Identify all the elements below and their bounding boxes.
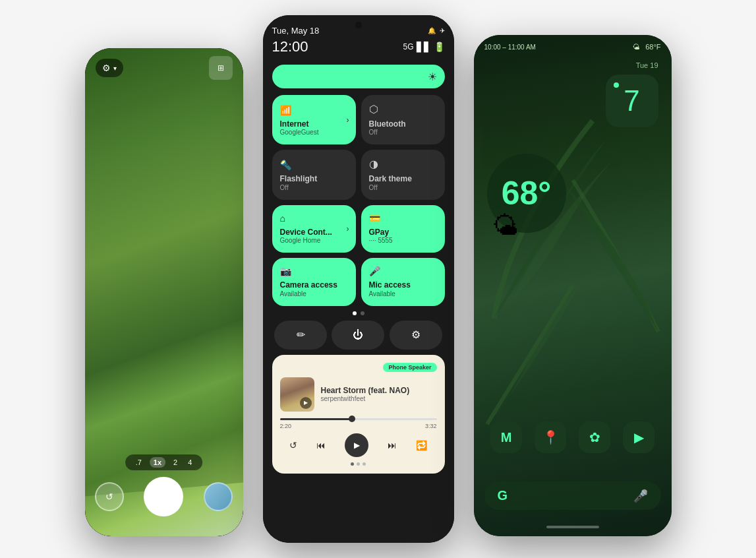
page-dot-1	[353, 311, 357, 315]
progress-bar[interactable]	[280, 418, 437, 420]
signal-bars-icon: ▋▋	[417, 42, 431, 52]
camera-settings-button[interactable]: ⚙ ▾	[96, 59, 123, 77]
qs-date: Tue, May 18	[272, 26, 320, 36]
camera-avatar-button[interactable]	[204, 482, 233, 511]
page-dot-2	[361, 311, 364, 315]
home-status-right: 🌤 68°F	[633, 43, 660, 51]
dark-theme-tile[interactable]: ◑ Dark theme Off	[361, 150, 445, 199]
camera-icon: 📷	[280, 266, 348, 276]
youtube-app-icon[interactable]: ▶	[623, 421, 654, 453]
music-controls: ↺ ⏮ ▶ ⏭ 🔁	[280, 433, 437, 457]
replay-button[interactable]: ↺	[289, 440, 297, 450]
music-info-row: ▶ Heart Storm (feat. NAO) serpentwithfee…	[280, 377, 437, 412]
zoom-2[interactable]: 2	[171, 457, 180, 468]
bluetooth-icon: ⬡	[369, 103, 437, 115]
settings-button[interactable]: ⚙	[390, 321, 442, 350]
phone-middle: Tue, May 18 🔔 ✈ 12:00 5G ▋▋ 🔋 ☀	[263, 15, 454, 543]
clock-indicator-dot	[614, 82, 619, 88]
progress-fill	[280, 418, 351, 420]
mic-icon: 🎤	[369, 266, 437, 276]
home-status-bar: 10:00 – 11:00 AM 🌤 68°F	[484, 43, 661, 51]
phone-left: ⚙ ▾ ⊞ .7 1x 2 4 ↺	[85, 48, 243, 536]
zoom-point7[interactable]: .7	[133, 457, 144, 468]
search-bar[interactable]: G 🎤	[484, 481, 661, 510]
youtube-icon: ▶	[634, 429, 644, 445]
brightness-icon: ☀	[428, 71, 437, 83]
qs-signal: 5G ▋▋ 🔋	[403, 42, 444, 52]
sun-status-icon: 🌤	[633, 43, 640, 51]
qs-action-bar: ✏ ⏻ ⚙	[272, 321, 445, 350]
edit-button[interactable]: ✏	[274, 321, 327, 350]
clock-widget: 7	[606, 75, 658, 127]
temperature-widget: 68° 🌤	[487, 154, 566, 233]
bluetooth-tile[interactable]: ⬡ Bluetooth Off	[361, 95, 445, 144]
zoom-1x[interactable]: 1x	[150, 457, 165, 468]
chevron-right-icon: ›	[347, 115, 349, 125]
qs-status-bar: 12:00 5G ▋▋ 🔋	[272, 38, 445, 55]
phone-speaker-badge: Phone Speaker	[383, 363, 436, 372]
qs-time: 12:00	[272, 38, 308, 55]
flashlight-icon: 🔦	[280, 160, 348, 170]
microphone-icon[interactable]: 🎤	[633, 489, 648, 503]
gpay-tile[interactable]: 💳 GPay ···· 5555	[361, 205, 445, 253]
music-dot-1	[351, 462, 354, 466]
home-screen: 10:00 – 11:00 AM 🌤 68°F Tue 19 7	[474, 35, 672, 536]
skip-forward-button[interactable]: ⏭	[388, 440, 397, 450]
page-dots	[272, 311, 445, 315]
payment-icon: 💳	[369, 213, 437, 224]
app-icons-row: M 📍 ✿ ▶	[484, 421, 661, 453]
home-icon: ⌂	[280, 213, 348, 224]
settings-gear-icon: ⚙	[411, 328, 421, 341]
phone-right: 10:00 – 11:00 AM 🌤 68°F Tue 19 7	[474, 35, 672, 536]
music-dot-2	[357, 462, 360, 466]
quick-settings-screen: Tue, May 18 🔔 ✈ 12:00 5G ▋▋ 🔋 ☀	[263, 15, 454, 543]
pinwheel-app-icon[interactable]: ✿	[579, 421, 610, 453]
camera-flip-button[interactable]: ↺	[95, 482, 124, 511]
shuffle-button[interactable]: 🔁	[416, 440, 427, 450]
maps-app-icon[interactable]: 📍	[535, 421, 566, 453]
device-controls-tile[interactable]: ⌂ Device Cont... Google Home ›	[272, 205, 356, 253]
home-date: Tue 19	[636, 59, 658, 71]
home-status-time: 10:00 – 11:00 AM	[484, 44, 536, 51]
pencil-icon: ✏	[297, 328, 305, 341]
camera-gallery-button[interactable]: ⊞	[209, 56, 233, 80]
album-art: ▶	[280, 377, 314, 412]
power-icon: ⏻	[353, 329, 363, 341]
gmail-app-icon[interactable]: M	[490, 421, 522, 453]
music-progress[interactable]: 2:20 3:32	[280, 418, 437, 429]
brightness-slider[interactable]: ☀	[272, 65, 445, 88]
internet-tile[interactable]: 📶 Internet GoogleGuest ›	[272, 95, 356, 144]
play-overlay: ▶	[300, 397, 312, 409]
camera-zoom-bar: .7 1x 2 4	[125, 454, 203, 470]
wifi-icon: 📶	[280, 105, 348, 115]
google-g-logo: G	[498, 488, 508, 503]
music-artist: serpentwithfeet	[321, 395, 410, 402]
power-button[interactable]: ⏻	[332, 321, 384, 350]
flashlight-tile[interactable]: 🔦 Flashlight Off	[272, 150, 356, 199]
camera-shutter-button[interactable]	[144, 477, 183, 516]
dark-theme-icon: ◑	[369, 158, 437, 170]
music-card-top: Phone Speaker	[280, 363, 437, 372]
play-icon: ▶	[354, 441, 360, 450]
palm-leaf-bottom	[474, 272, 586, 437]
weather-sun-icon: 🌤	[492, 211, 519, 241]
music-text: Heart Storm (feat. NAO) serpentwithfeet	[321, 386, 410, 402]
chevron-down-icon: ▾	[113, 65, 117, 72]
music-title: Heart Storm (feat. NAO)	[321, 386, 410, 395]
zoom-4[interactable]: 4	[185, 457, 194, 468]
music-page-dots	[280, 462, 437, 466]
music-dot-3	[363, 462, 366, 466]
camera-background: ⚙ ▾ ⊞ .7 1x 2 4 ↺	[85, 48, 243, 536]
phones-container: ⚙ ▾ ⊞ .7 1x 2 4 ↺	[0, 0, 756, 558]
temperature-display: 68°	[502, 174, 552, 212]
skip-back-button[interactable]: ⏮	[316, 440, 326, 450]
clock-hour: 7	[624, 86, 639, 115]
home-background: 10:00 – 11:00 AM 🌤 68°F Tue 19 7	[474, 35, 672, 536]
mic-access-tile[interactable]: 🎤 Mic access Available	[361, 258, 445, 305]
nav-indicator	[546, 526, 599, 528]
camera-access-tile[interactable]: 📷 Camera access Available	[272, 258, 356, 305]
play-pause-button[interactable]: ▶	[345, 433, 368, 457]
camera-notch	[355, 22, 362, 28]
battery-icon: 🔋	[434, 42, 445, 52]
gmail-icon: M	[501, 430, 512, 445]
